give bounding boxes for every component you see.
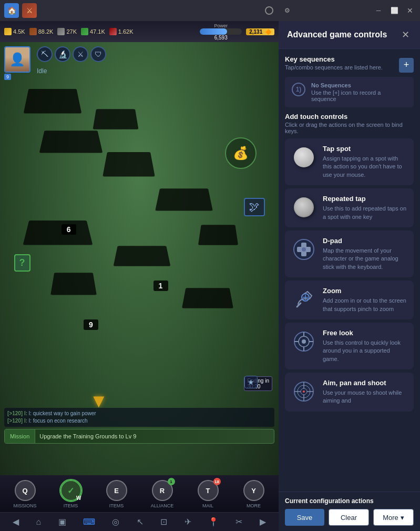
svg-rect-3 (301, 243, 306, 248)
map-tile-2 (93, 109, 139, 129)
key-e: E (106, 480, 127, 501)
player-avatar[interactable]: 👤 (4, 46, 30, 73)
nav-missions[interactable]: Q MISSIONS (12, 479, 38, 508)
keyboard-button[interactable]: ⌨ (81, 515, 97, 529)
map-question-mark[interactable]: ? (14, 254, 30, 272)
power-bar (200, 28, 242, 35)
nav-circle-e[interactable]: E (105, 479, 128, 502)
player-face-icon: 👤 (5, 47, 29, 72)
dpad-icon (293, 238, 315, 261)
nav-alliance[interactable]: R 1 ALLIANCE (149, 479, 176, 508)
nav-label-items2: ITEMS (109, 503, 124, 508)
zoom-name: Zoom (323, 287, 407, 295)
forward-button[interactable]: ▶ (258, 515, 268, 529)
nav-circle-q[interactable]: Q (14, 479, 37, 502)
nav-label-more: MORE (247, 503, 261, 508)
panel-scroll-area[interactable]: Key sequences Tap/combo sequences are li… (279, 49, 420, 492)
resource-gold: 4.5K (4, 28, 25, 35)
mission-bar[interactable]: Mission Upgrade the Training Grounds to … (4, 429, 274, 444)
clear-button[interactable]: Clear (329, 509, 369, 526)
svg-text:1): 1) (296, 86, 302, 93)
no-sequences-desc: Use the [+] icon to record a sequence (311, 89, 407, 102)
more-button[interactable]: More ▾ (373, 509, 414, 526)
repeated-tap-icon (294, 197, 314, 217)
map-tile-9 (182, 288, 233, 308)
gold-icon (4, 28, 12, 35)
map-number-9: 9 (84, 319, 98, 330)
action-icon-1[interactable]: ⛏ (37, 46, 53, 62)
control-zoom[interactable]: Zoom Add zoom in or out to the screen th… (285, 280, 414, 319)
home-button[interactable]: ⌂ (34, 515, 44, 529)
action-icon-4[interactable]: 🛡 (90, 46, 106, 62)
alliance-badge: 1 (168, 478, 175, 485)
nav-label-mail: MAIL (202, 503, 213, 508)
multi-instance-button[interactable]: ▣ (56, 515, 68, 529)
window-close-button[interactable]: ✕ (404, 5, 416, 16)
control-dpad[interactable]: D-pad Map the movement of your character… (285, 231, 414, 277)
save-button[interactable]: Save (285, 509, 324, 526)
game-viewport[interactable]: 👤 9 ⛏ 🔬 ⚔ 🛡 Idle (0, 42, 279, 475)
location-pin-button[interactable]: 📍 (206, 515, 221, 529)
stone-icon (57, 28, 65, 35)
chat-line-2: [>120] l: l: focus on econ research (7, 417, 271, 425)
footer-buttons: Save Clear More ▾ (285, 509, 414, 526)
map-tile-4 (103, 152, 155, 176)
back-button[interactable]: ◀ (11, 515, 21, 529)
no-sequences-title: No Sequences (311, 82, 407, 88)
nav-mail[interactable]: T 18 MAIL (195, 479, 221, 508)
svg-rect-6 (305, 247, 311, 252)
nav-circle-w[interactable]: ✓ W (59, 479, 83, 502)
nav-items2[interactable]: E ITEMS (104, 479, 130, 508)
minimize-button[interactable]: ─ (373, 5, 384, 16)
resource-food: 47.1K (81, 28, 105, 35)
nav-circle-t[interactable]: T 18 (197, 479, 220, 502)
key-q: Q (15, 480, 36, 501)
dpad-name: D-pad (323, 237, 407, 245)
location-button[interactable]: ✈ (182, 515, 193, 529)
freelook-name: Free look (323, 329, 407, 337)
maximize-button[interactable]: ⬜ (388, 5, 400, 16)
key-w: ✓ W (60, 480, 81, 501)
more-chevron-icon: ▾ (401, 514, 404, 522)
action-icons-row: ⛏ 🔬 ⚔ 🛡 (37, 46, 106, 62)
screenshot-button[interactable]: ⊡ (158, 515, 169, 529)
control-tap-spot[interactable]: Tap spot Assign tapping on a spot with t… (285, 138, 414, 185)
action-icon-3[interactable]: ⚔ (73, 46, 88, 62)
chat-line-1: [>120] l: l: quickest way to gain power (7, 410, 271, 417)
control-aim[interactable]: Aim, pan and shoot Use your mouse to sho… (285, 373, 414, 412)
app-game-icon[interactable]: ⚔ (22, 3, 37, 18)
svg-rect-5 (297, 247, 302, 252)
mission-icon[interactable]: ★ (244, 376, 258, 388)
nav-circle-r[interactable]: R 1 (151, 479, 174, 502)
panel-close-button[interactable]: ✕ (399, 28, 412, 41)
treasury-icon[interactable]: 💰 (225, 137, 257, 169)
nav-circle-y[interactable]: Y (242, 479, 265, 502)
screen-record-button[interactable]: ◎ (110, 515, 121, 529)
nav-items[interactable]: ✓ W ITEMS (58, 479, 84, 508)
key-sequences-title: Key sequences (285, 55, 383, 63)
zoom-icon-wrap (291, 287, 316, 312)
add-sequence-button[interactable]: + (399, 58, 414, 73)
freelook-icon-wrap (291, 329, 316, 354)
nav-label-missions: MISSIONS (13, 503, 36, 508)
main-content: 4.5K 88.2K 27K 47.1K 1.62K Power (0, 21, 420, 531)
player-level-badge: 9 (4, 74, 11, 80)
game-background: 👤 9 ⛏ 🔬 ⚔ 🛡 Idle (0, 42, 279, 475)
action-icon-2[interactable]: 🔬 (55, 46, 70, 62)
footer-section-title: Current configuration actions (285, 497, 414, 505)
nav-more[interactable]: Y MORE (241, 479, 267, 508)
app-home-icon[interactable]: 🏠 (4, 3, 19, 18)
mission-label: Mission (5, 429, 35, 443)
control-freelook[interactable]: Free look Use this control to quickly lo… (285, 323, 414, 369)
repeated-tap-desc: Use this to add repeated taps on a spot … (323, 205, 407, 221)
mail-badge: 18 (213, 478, 221, 485)
bird-icon-area[interactable]: 🕊 (244, 198, 265, 216)
cut-button[interactable]: ✂ (233, 515, 244, 529)
control-repeated-tap[interactable]: Repeated tap Use this to add repeated ta… (285, 188, 414, 227)
settings-icon[interactable]: ⚙ (282, 5, 293, 16)
game-area: 4.5K 88.2K 27K 47.1K 1.62K Power (0, 21, 279, 531)
nav-label-alliance: ALLIANCE (151, 503, 174, 508)
chat-area: [>120] l: l: quickest way to gain power … (4, 408, 274, 427)
repeated-tap-icon-wrap (291, 195, 316, 220)
cursor-button[interactable]: ↖ (135, 515, 146, 529)
